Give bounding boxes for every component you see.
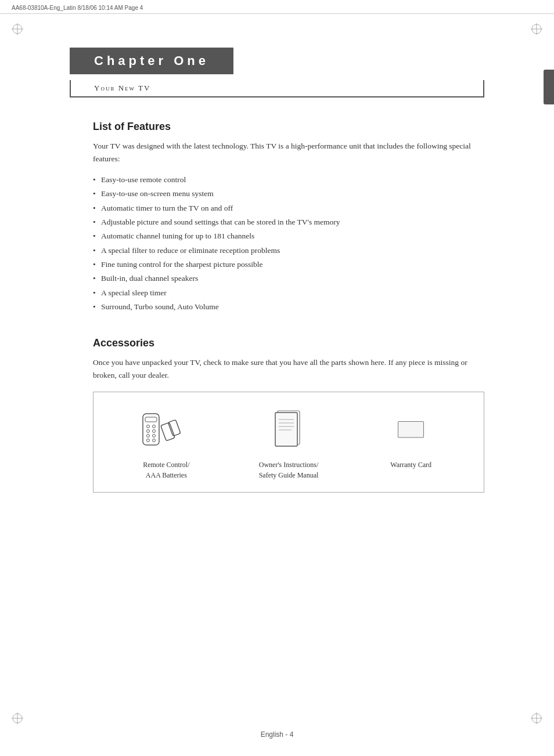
list-item: Automatic channel tuning for up to 181 c… (93, 229, 484, 243)
accessory-warranty: Warranty Card (353, 406, 469, 470)
accessories-section: Accessories Once you have unpacked your … (93, 337, 484, 493)
svg-point-17 (153, 430, 156, 433)
list-item: Fine tuning control for the sharpest pic… (93, 258, 484, 272)
file-info: AA68-03810A-Eng_Latin 8/18/06 10:14 AM P… (12, 5, 143, 11)
list-item: A special filter to reduce or eliminate … (93, 244, 484, 258)
svg-rect-22 (161, 422, 175, 441)
warranty-label: Warranty Card (390, 460, 431, 470)
warranty-icon (395, 406, 427, 453)
list-item: Adjustable picture and sound settings th… (93, 215, 484, 229)
chapter-subtitle: Your New TV (94, 84, 150, 92)
page-number: English - 4 (261, 730, 294, 739)
svg-point-16 (147, 430, 150, 433)
reg-mark-bl (12, 712, 23, 724)
svg-point-20 (147, 439, 150, 442)
reg-mark-tl (12, 23, 23, 35)
features-heading: List of Features (93, 121, 484, 133)
list-item: Built-in, dual channel speakers (93, 272, 484, 285)
chapter-subtitle-box: Your New TV (70, 80, 484, 97)
meta-bar: AA68-03810A-Eng_Latin 8/18/06 10:14 AM P… (0, 0, 554, 14)
svg-point-19 (153, 435, 156, 437)
list-item: Easy-to-use remote control (93, 173, 484, 187)
chapter-header-box: Chapter One (70, 48, 233, 74)
remote-icon (140, 406, 192, 453)
svg-rect-13 (145, 417, 157, 422)
page: AA68-03810A-Eng_Latin 8/18/06 10:14 AM P… (0, 0, 554, 756)
svg-point-18 (147, 435, 150, 437)
list-item: A special sleep timer (93, 286, 484, 300)
list-item: Automatic timer to turn the TV on and of… (93, 201, 484, 215)
page-footer: English - 4 (0, 730, 554, 739)
chapter-title: Chapter One (94, 53, 209, 68)
list-item: Easy-to-use on-screen menu system (93, 187, 484, 201)
chapter-header-container: Chapter One Your New TV (35, 30, 519, 97)
feature-list: Easy-to-use remote control Easy-to-use o… (93, 173, 484, 314)
accessories-box: Remote Control/AAA Batteries (93, 392, 484, 493)
accessory-manual: Owner's Instructions/Safety Guide Manual (231, 406, 347, 480)
remote-label: Remote Control/AAA Batteries (143, 460, 189, 480)
svg-point-21 (153, 439, 156, 442)
reg-mark-tr (531, 23, 542, 35)
accessories-heading: Accessories (93, 337, 484, 349)
side-tab (544, 70, 554, 104)
accessory-remote: Remote Control/AAA Batteries (108, 406, 224, 480)
main-content: List of Features Your TV was designed wi… (93, 121, 484, 493)
svg-point-14 (147, 425, 150, 428)
features-section: List of Features Your TV was designed wi… (93, 121, 484, 314)
svg-rect-25 (275, 413, 297, 446)
manual-icon (269, 406, 307, 453)
manual-label: Owner's Instructions/Safety Guide Manual (259, 460, 319, 480)
features-intro: Your TV was designed with the latest tec… (93, 140, 484, 165)
list-item: Surround, Turbo sound, Auto Volume (93, 300, 484, 314)
reg-mark-br (531, 712, 542, 724)
svg-rect-30 (398, 422, 424, 438)
accessories-intro: Once you have unpacked your TV, check to… (93, 356, 484, 381)
svg-point-15 (153, 425, 156, 428)
svg-rect-23 (168, 420, 181, 436)
